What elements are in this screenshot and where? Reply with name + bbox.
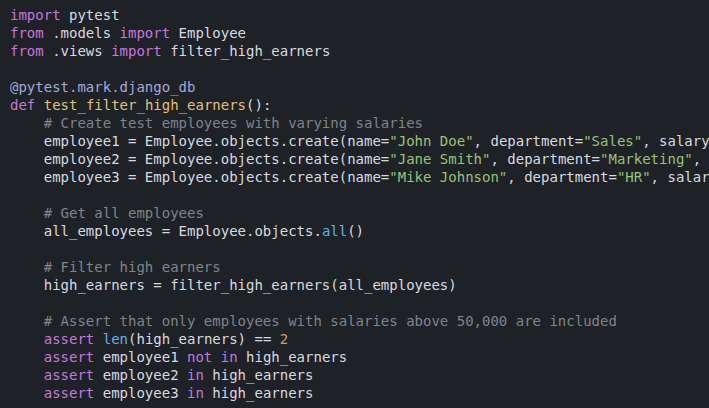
code-token: import: [111, 43, 162, 59]
code-token: assert: [44, 331, 95, 347]
code-token: [35, 97, 43, 113]
code-token: (): [347, 223, 364, 239]
code-token: , department=: [490, 151, 600, 167]
code-line: def test_filter_high_earners():: [10, 96, 709, 114]
code-token: 2: [280, 331, 288, 347]
code-token: [10, 367, 44, 383]
code-token: all_employees = Employee.objects.: [10, 223, 322, 239]
code-token: "Marketing": [600, 151, 693, 167]
code-token: # Get all employees: [44, 205, 204, 221]
code-token: assert: [44, 349, 95, 365]
code-token: [10, 205, 44, 221]
code-token: [10, 331, 44, 347]
code-token: not in: [187, 349, 238, 365]
code-token: "John Doe": [389, 133, 473, 149]
code-token: test_filter_high_earners: [44, 97, 246, 113]
code-editor[interactable]: import pytestfrom .models import Employe…: [0, 0, 709, 408]
code-token: [94, 331, 102, 347]
code-token: "Jane Smith": [389, 151, 490, 167]
code-token: employee1 = Employee.objects.create(name…: [10, 133, 389, 149]
code-token: @pytest.mark.django_db: [10, 79, 195, 95]
code-token: , salary: [642, 133, 709, 149]
code-token: Employee: [170, 25, 246, 41]
code-line: from .models import Employee: [10, 24, 709, 42]
code-token: ():: [246, 97, 271, 113]
code-token: high_earners = filter_high_earners(all_e…: [10, 277, 457, 293]
code-line: [10, 60, 709, 78]
code-token: "Sales": [583, 133, 642, 149]
code-line: assert len(high_earners) == 2: [10, 330, 709, 348]
code-token: import: [10, 7, 61, 23]
code-token: assert: [44, 385, 95, 401]
code-token: , salary: [693, 151, 709, 167]
code-token: .models: [44, 25, 120, 41]
code-line: @pytest.mark.django_db: [10, 78, 709, 96]
code-line: employee2 = Employee.objects.create(name…: [10, 150, 709, 168]
code-line: # Get all employees: [10, 204, 709, 222]
code-token: assert: [44, 367, 95, 383]
code-token: [10, 259, 44, 275]
code-token: filter_high_earners: [162, 43, 331, 59]
code-line: [10, 186, 709, 204]
code-line: [10, 294, 709, 312]
code-line: high_earners = filter_high_earners(all_e…: [10, 276, 709, 294]
code-token: [10, 385, 44, 401]
code-token: , salary: [651, 169, 709, 185]
code-token: pytest: [61, 7, 120, 23]
code-token: # Filter high earners: [44, 259, 221, 275]
code-token: [10, 349, 44, 365]
code-token: import: [120, 25, 171, 41]
code-line: all_employees = Employee.objects.all(): [10, 222, 709, 240]
code-token: employee3: [94, 385, 187, 401]
code-token: from: [10, 25, 44, 41]
code-token: from: [10, 43, 44, 59]
code-token: def: [10, 97, 35, 113]
code-line: assert employee1 not in high_earners: [10, 348, 709, 366]
code-line: import pytest: [10, 6, 709, 24]
code-token: high_earners: [238, 349, 348, 365]
code-token: high_earners: [204, 367, 314, 383]
code-token: employee2 = Employee.objects.create(name…: [10, 151, 389, 167]
code-token: len: [103, 331, 128, 347]
code-line: # Create test employees with varying sal…: [10, 114, 709, 132]
code-token: all: [322, 223, 347, 239]
code-token: in: [187, 385, 204, 401]
code-token: employee3 = Employee.objects.create(name…: [10, 169, 389, 185]
code-line: employee3 = Employee.objects.create(name…: [10, 168, 709, 186]
code-line: assert employee2 in high_earners: [10, 366, 709, 384]
code-token: # Assert that only employees with salari…: [44, 313, 617, 329]
code-token: [10, 313, 44, 329]
code-token: "HR": [617, 169, 651, 185]
code-token: employee1: [94, 349, 187, 365]
code-token: (high_earners) ==: [128, 331, 280, 347]
code-line: employee1 = Employee.objects.create(name…: [10, 132, 709, 150]
code-token: , department=: [474, 133, 584, 149]
code-token: employee2: [94, 367, 187, 383]
code-line: from .views import filter_high_earners: [10, 42, 709, 60]
code-token: # Create test employees with varying sal…: [44, 115, 423, 131]
code-line: [10, 240, 709, 258]
code-line: assert employee3 in high_earners: [10, 384, 709, 402]
code-line: # Filter high earners: [10, 258, 709, 276]
code-token: [10, 115, 44, 131]
code-token: .views: [44, 43, 111, 59]
code-token: "Mike Johnson": [389, 169, 507, 185]
code-line: # Assert that only employees with salari…: [10, 312, 709, 330]
code-token: , department=: [507, 169, 617, 185]
code-token: in: [187, 367, 204, 383]
code-token: high_earners: [204, 385, 314, 401]
